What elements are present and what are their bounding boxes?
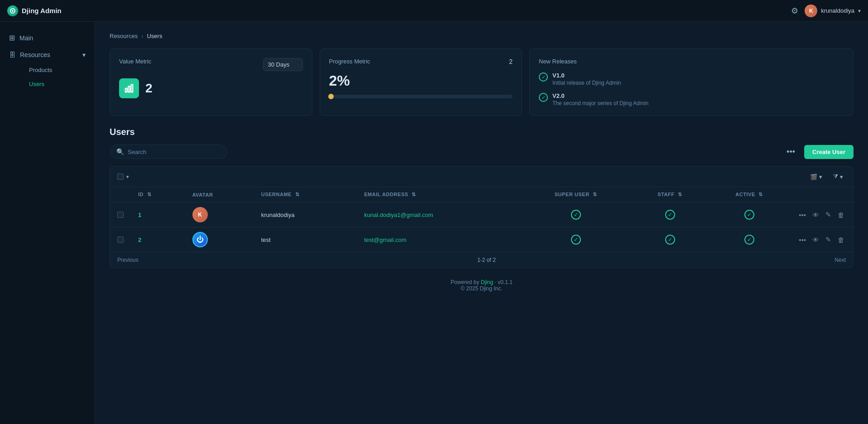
filter-button[interactable]: ⧩ ▾: [830, 171, 846, 182]
footer-version: · v0.1.1: [495, 279, 513, 285]
sort-icon[interactable]: ⇅: [295, 192, 300, 197]
row-actions-2: ••• 👁 ✎ 🗑: [797, 234, 846, 245]
progress-bar-track: [329, 95, 513, 98]
breadcrumb: Resources › Users: [110, 33, 854, 39]
users-table: ID ⇅ AVATAR USERNAME ⇅ EMAIL ADDRESS ⇅: [110, 187, 853, 252]
avatar-user1: K: [192, 207, 208, 222]
sort-icon[interactable]: ⇅: [593, 192, 597, 197]
users-table-wrapper: ▾ 🎬 ▾ ⧩ ▾: [110, 166, 854, 268]
row-active-1: ✓: [708, 202, 790, 227]
check-icon: ✓: [571, 210, 581, 220]
footer-djing-link[interactable]: Djing: [481, 279, 493, 285]
metrics-row: Value Metric 30 Days 7 Days Today All Ti…: [110, 48, 854, 116]
topnav-brand: Djing Admin: [7, 5, 62, 16]
row-email-2: test@gmail.com: [357, 227, 520, 252]
pagination-next[interactable]: Next: [834, 257, 846, 263]
topnav-username: krunaldodiya: [821, 7, 854, 14]
sidebar-children-resources: Products Users: [0, 63, 95, 91]
create-user-button[interactable]: Create User: [804, 145, 854, 159]
footer-copyright: © 2025 Djing Inc.: [120, 285, 843, 292]
row-id-1: 1: [131, 202, 185, 227]
value-metric-value: 2: [145, 81, 153, 96]
avatar-user2: ⏻: [192, 232, 208, 247]
progress-bar-dot: [328, 94, 334, 99]
search-icon: 🔍: [116, 148, 124, 155]
more-button-2[interactable]: •••: [797, 235, 807, 245]
topnav: Djing Admin ⚙ K krunaldodiya ▾: [0, 0, 868, 22]
row-superuser-1: ✓: [520, 202, 632, 227]
topnav-logo: [7, 5, 18, 16]
toolbar-right: ••• Create User: [783, 145, 854, 159]
edit-button-2[interactable]: ✎: [824, 234, 833, 245]
col-username: USERNAME ⇅: [254, 187, 357, 202]
pagination: Previous 1-2 of 2 Next: [110, 252, 853, 268]
sidebar: ⊞ Main 🗄 Resources ▾ Products Users: [0, 22, 95, 424]
release-title-2: V2.0: [552, 92, 648, 99]
table-toolbar: ▾ 🎬 ▾ ⧩ ▾: [110, 167, 853, 187]
release-desc-2: The second major series of Djing Admin: [552, 100, 648, 106]
col-id: ID ⇅: [131, 187, 185, 202]
col-active: ACTIVE ⇅: [708, 187, 790, 202]
view-button-1[interactable]: 👁: [811, 210, 820, 220]
filter-icon: ⧩: [833, 173, 838, 180]
row-actions-1: ••• 👁 ✎ 🗑: [797, 209, 846, 220]
delete-button-1[interactable]: 🗑: [836, 210, 846, 220]
table-row: 2 ⏻ test test@gmail.com ✓ ✓: [110, 227, 853, 252]
video-view-button[interactable]: 🎬 ▾: [807, 172, 825, 182]
sidebar-products-label: Products: [29, 67, 52, 73]
sidebar-item-users[interactable]: Users: [22, 77, 95, 91]
delete-button-2[interactable]: 🗑: [836, 235, 846, 245]
topnav-title: Djing Admin: [22, 7, 62, 14]
progress-bar-fill: [329, 95, 333, 98]
users-section: Users 🔍 ••• Create User: [110, 127, 854, 268]
progress-metric-card: Progress Metric 2 2%: [320, 48, 523, 116]
releases-list: ✓ V1.0 Initial release of Djing Admin ✓ …: [539, 72, 844, 106]
col-avatar: AVATAR: [185, 187, 254, 202]
check-icon: ✓: [571, 235, 581, 245]
progress-metric-value: 2%: [329, 72, 513, 89]
select-all-checkbox[interactable]: [117, 173, 124, 180]
row-checkbox-2[interactable]: [117, 236, 124, 243]
topnav-user[interactable]: K krunaldodiya ▾: [805, 5, 861, 17]
more-button-1[interactable]: •••: [797, 210, 807, 220]
row-email-1: kunal.dodiya1@gmail.com: [357, 202, 520, 227]
chevron-down-icon: ▾: [840, 173, 843, 180]
more-options-button[interactable]: •••: [783, 145, 799, 159]
select-all-wrapper: ▾: [117, 173, 129, 180]
chevron-down-icon: ▾: [858, 8, 861, 14]
release-item-2: ✓ V2.0 The second major series of Djing …: [539, 92, 844, 106]
value-metric-label: Value Metric: [119, 58, 151, 65]
sort-icon[interactable]: ⇅: [147, 192, 152, 197]
pagination-prev[interactable]: Previous: [117, 257, 139, 263]
search-input[interactable]: [128, 149, 221, 155]
svg-point-1: [12, 10, 14, 12]
search-wrapper: 🔍: [110, 145, 227, 159]
chevron-down-icon: ▾: [819, 173, 822, 180]
row-staff-1: ✓: [632, 202, 708, 227]
row-avatar-1: K: [185, 202, 254, 227]
edit-button-1[interactable]: ✎: [824, 209, 833, 220]
sidebar-item-products[interactable]: Products: [22, 63, 95, 77]
breadcrumb-parent[interactable]: Resources: [110, 33, 138, 39]
chevron-down-icon: ▾: [82, 51, 86, 58]
col-email: EMAIL ADDRESS ⇅: [357, 187, 520, 202]
view-button-2[interactable]: 👁: [811, 235, 820, 245]
settings-icon[interactable]: ⚙: [791, 6, 798, 16]
sidebar-item-main[interactable]: ⊞ Main: [0, 29, 95, 47]
sidebar-resources-label: Resources: [20, 51, 50, 58]
topnav-right: ⚙ K krunaldodiya ▾: [791, 5, 861, 17]
sidebar-section-resources[interactable]: 🗄 Resources ▾: [0, 47, 95, 63]
sort-icon[interactable]: ⇅: [412, 192, 416, 197]
row-checkbox-1[interactable]: [117, 212, 124, 218]
check-icon: ✓: [665, 235, 675, 245]
grid-icon: ⊞: [9, 34, 15, 42]
section-title-users: Users: [110, 127, 854, 137]
chevron-down-icon[interactable]: ▾: [126, 174, 129, 180]
release-item-1: ✓ V1.0 Initial release of Djing Admin: [539, 72, 844, 86]
sort-icon[interactable]: ⇅: [678, 192, 682, 197]
check-icon: ✓: [665, 210, 675, 220]
days-dropdown[interactable]: 30 Days 7 Days Today All Time: [263, 58, 303, 71]
resources-icon: 🗄: [9, 51, 15, 58]
row-username-1: krunaldodiya: [254, 202, 357, 227]
sort-icon[interactable]: ⇅: [758, 192, 763, 197]
